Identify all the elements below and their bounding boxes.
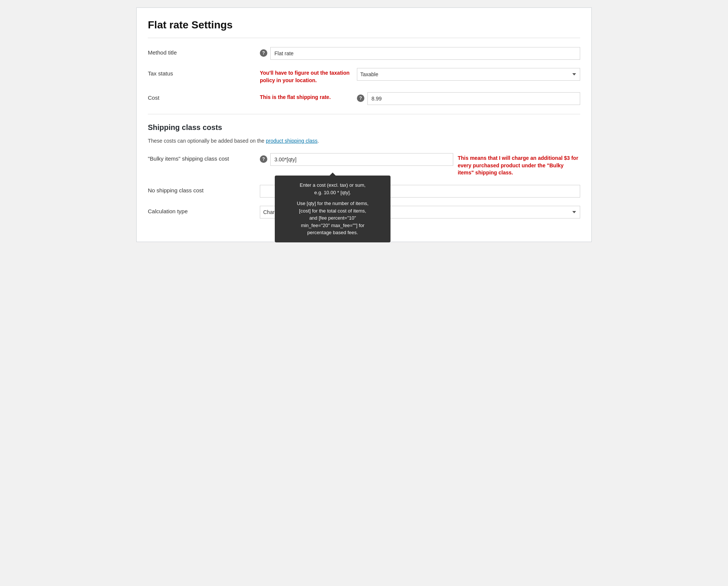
cost-row: Cost This is the flat shipping rate. ? xyxy=(148,92,580,105)
cost-help-icon[interactable]: ? xyxy=(357,94,364,102)
section-divider xyxy=(148,114,580,114)
bulky-items-input[interactable] xyxy=(270,153,453,166)
cost-annotation: This is the flat shipping rate. xyxy=(260,92,357,101)
tooltip-line4: [cost] for the total cost of items, xyxy=(281,207,384,215)
tax-status-select[interactable]: Taxable None xyxy=(357,68,580,81)
bulky-items-row: "Bulky items" shipping class cost ? This… xyxy=(148,153,580,177)
product-shipping-class-link[interactable]: product shipping class xyxy=(266,138,318,144)
bulky-items-label: "Bulky items" shipping class cost xyxy=(148,153,260,162)
method-title-input[interactable] xyxy=(270,47,580,60)
method-title-help-icon[interactable]: ? xyxy=(260,49,267,57)
section-desc-after: . xyxy=(318,138,319,144)
tooltip-line2: e.g. 10.00 * [qty]. xyxy=(281,189,384,196)
no-shipping-class-label: No shipping class cost xyxy=(148,185,260,193)
tax-status-label: Tax status xyxy=(148,68,260,77)
bulky-items-annotation: This means that I will charge an additio… xyxy=(453,153,580,177)
method-title-control-area: ? xyxy=(260,47,580,60)
tooltip-line1: Enter a cost (excl. tax) or sum, xyxy=(281,182,384,189)
section-desc-before: These costs can optionally be added base… xyxy=(148,138,266,144)
cost-control-area: ? xyxy=(357,92,580,105)
cost-label: Cost xyxy=(148,92,260,101)
tooltip-spacer xyxy=(281,196,384,200)
bulky-items-help-icon[interactable]: ? xyxy=(260,155,267,163)
shipping-class-costs-title: Shipping class costs xyxy=(148,123,580,132)
bulky-items-control-area: ? xyxy=(260,153,453,166)
tooltip-line6: min_fee="20" max_fee=""] for xyxy=(281,222,384,229)
tax-status-control-area: Taxable None xyxy=(357,68,580,81)
tooltip-line3: Use [qty] for the number of items, xyxy=(281,200,384,207)
cost-input[interactable] xyxy=(367,92,580,105)
tax-status-row: Tax status You'll have to figure out the… xyxy=(148,68,580,84)
page-title: Flat rate Settings xyxy=(148,19,580,38)
method-title-row: Method title ? xyxy=(148,47,580,60)
tooltip-line5: and [fee percent="10" xyxy=(281,214,384,222)
calculation-type-label: Calculation type xyxy=(148,206,260,214)
method-title-label: Method title xyxy=(148,47,260,56)
help-tooltip: Enter a cost (excl. tax) or sum, e.g. 10… xyxy=(275,176,391,242)
shipping-class-costs-desc: These costs can optionally be added base… xyxy=(148,137,580,145)
settings-panel: Flat rate Settings Method title ? Tax st… xyxy=(136,7,592,242)
tooltip-line7: percentage based fees. xyxy=(281,229,384,236)
tax-status-annotation: You'll have to figure out the taxation p… xyxy=(260,68,357,84)
